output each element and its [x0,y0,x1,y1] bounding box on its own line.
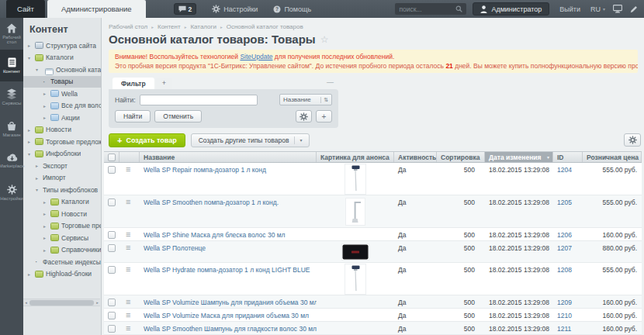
product-name-link[interactable]: Wella SP Volumize Шампунь для придания о… [144,299,317,306]
row-checkbox[interactable] [108,244,116,252]
scrollbar-thumb[interactable] [29,300,94,306]
scroll-left-arrow[interactable]: ◂ [23,300,29,305]
row-checkbox[interactable] [108,199,116,206]
tree-expand-icon[interactable]: ▸ [43,247,50,253]
row-checkbox[interactable] [108,312,116,319]
find-button[interactable]: Найти [115,110,151,123]
row-checkbox[interactable] [108,325,116,333]
tree-item[interactable]: ▾Типы инфоблоков [23,184,101,196]
tree-item[interactable]: ▪Товары [23,76,101,88]
rail-item-services[interactable]: Сервисы [0,81,23,113]
product-id-link[interactable]: 1208 [557,266,572,274]
tree-expand-icon[interactable]: ▸ [43,199,50,205]
product-name-link[interactable]: Wella SP Volumize Маска для придания объ… [144,312,309,319]
tree-expand-icon[interactable]: ▾ [28,151,35,157]
notifications-button[interactable]: 2 [174,3,197,15]
tree-item[interactable]: ▸Новости [23,208,101,220]
product-name-link[interactable]: Wella SP Shine Маска для блеска волос 30… [144,231,286,239]
scroll-right-arrow[interactable]: ▸ [95,300,100,305]
tree-item[interactable]: ▸Сервисы [23,232,101,244]
tree-expand-icon[interactable]: ▸ [43,103,50,109]
tree-expand-icon[interactable]: ▸ [43,91,50,96]
create-product-button[interactable]: + Создать товар [109,133,185,147]
rail-item-desktop[interactable]: Рабочий стол [0,18,23,50]
filter-tab[interactable]: Фильтр [113,78,154,89]
row-actions-menu-icon[interactable]: ≡ [126,264,130,274]
column-header-active[interactable]: Активность [394,152,437,162]
row-checkbox[interactable] [108,266,116,274]
tree-expand-icon[interactable]: ▸ [43,235,50,240]
tree-expand-icon[interactable]: ▾ [36,187,43,192]
column-header-modified[interactable]: Дата изменения▾ [485,152,553,162]
topbar-settings-button[interactable]: Настройки [212,5,258,13]
product-id-link[interactable]: 1204 [557,166,572,174]
add-filter-field-button[interactable]: + [316,110,332,123]
rail-item-shop[interactable]: Магазин [0,113,23,145]
product-name-link[interactable]: Wella SP Smoothen помпа-дозатор 1 л конд… [144,199,279,206]
product-name-link[interactable]: Wella SP Hydrate помпа-дозатор 1 л конд … [144,266,310,274]
select-all-cell[interactable] [104,152,119,162]
row-actions-menu-icon[interactable]: ≡ [126,230,130,239]
tab-admin[interactable]: Администрирование [47,0,146,18]
tree-expand-icon[interactable]: ▸ [43,115,50,120]
tree-expand-icon[interactable]: ▾ [36,67,43,72]
create-other-types-button[interactable]: Создать другие типы товаров ▾ [191,133,310,147]
filter-settings-button[interactable] [296,110,312,123]
filter-field-select[interactable]: Название ⇅ [279,94,332,105]
column-header-price[interactable]: Розничная цена [583,152,642,162]
filter-find-input[interactable] [140,95,258,105]
breadcrumb-item[interactable]: Рабочий стол [109,23,147,30]
rail-item-content[interactable]: Контент [0,50,23,81]
product-name-link[interactable]: Wella SP Repair помпа-дозатор 1 л конд [144,166,266,174]
row-actions-menu-icon[interactable]: ≡ [126,310,130,319]
column-header-picture[interactable]: Картинка для анонса [317,152,394,162]
collapse-filter-icon[interactable]: — [327,78,334,86]
search-input[interactable] [399,5,455,13]
product-id-link[interactable]: 1211 [557,325,571,333]
tree-item[interactable]: ▸Торговые предложения [23,220,101,233]
tree-item[interactable]: ▪Фасетные индексы [23,256,101,268]
product-name-link[interactable]: Wella SP Smoothen Шампунь для гладкости … [144,325,317,333]
tree-expand-icon[interactable]: ▸ [36,163,43,168]
product-id-link[interactable]: 1210 [557,312,572,319]
grid-settings-button[interactable] [624,133,641,147]
tree-item[interactable]: ▸Акции [23,112,101,124]
tree-item[interactable]: ▸Структура сайта [23,40,101,52]
tree-item[interactable]: ▸Все для волос [23,100,101,112]
row-actions-menu-icon[interactable]: ≡ [126,197,130,206]
sidebar-horizontal-scrollbar[interactable]: ◂ ▸ [23,299,100,306]
tree-expand-icon[interactable]: ▸ [36,175,43,181]
product-id-link[interactable]: 1209 [557,299,572,306]
rail-item-settings[interactable]: Настройки [0,177,23,209]
user-menu-button[interactable]: Администратор [473,2,549,16]
product-id-link[interactable]: 1207 [557,244,572,252]
siteupdate-link[interactable]: SiteUpdate [240,53,272,60]
row-actions-menu-icon[interactable]: ≡ [126,164,130,174]
tree-expand-icon[interactable]: ▸ [43,223,50,229]
favorite-star-icon[interactable]: ☆ [320,34,329,45]
tree-item[interactable]: ▾Основной каталог товаров [23,64,101,76]
product-name-link[interactable]: Wella SP Полотенце [144,244,206,252]
column-header-name[interactable]: Название [140,152,317,162]
tree-item[interactable]: ▸Импорт [23,172,101,185]
tree-expand-icon[interactable]: ▾ [28,55,35,60]
tree-expand-icon[interactable]: ▸ [28,139,35,144]
cancel-button[interactable]: Отменить [154,110,202,123]
tree-item[interactable]: ▸Торговые предложения [23,136,101,148]
language-selector[interactable]: RU ▾ [590,5,605,13]
desktop-icon[interactable] [613,5,622,13]
tree-item[interactable]: ▾Инфоблоки [23,148,101,161]
tree-item[interactable]: ▸Справочники [23,244,101,257]
tree-expand-icon[interactable]: ▸ [43,211,50,216]
tree-expand-icon[interactable]: ▸ [28,127,35,133]
column-header-id[interactable]: ID [553,152,583,162]
tree-item[interactable]: ▾Каталоги [23,52,101,64]
row-actions-menu-icon[interactable]: ≡ [126,323,130,333]
product-id-link[interactable]: 1206 [557,231,572,239]
tree-expand-icon[interactable]: ▸ [28,43,35,48]
tree-item[interactable]: ▸Каталоги [23,196,101,209]
edit-pencil-icon[interactable] [630,5,638,13]
row-actions-menu-icon[interactable]: ≡ [126,243,130,252]
row-checkbox[interactable] [108,299,116,306]
tree-item[interactable]: ▸Wella [23,88,101,100]
